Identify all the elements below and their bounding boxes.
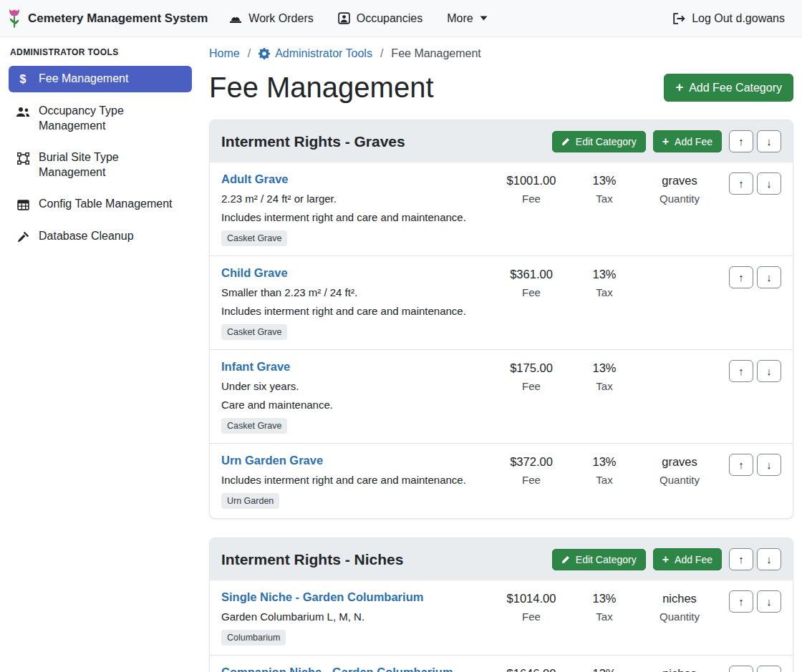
fee-move-down-button[interactable]: ↓	[757, 172, 781, 195]
arrow-up-icon: ↑	[738, 366, 744, 376]
fee-move-down-button[interactable]: ↓	[757, 360, 781, 382]
fee-amount-label: Fee	[494, 193, 569, 205]
tax-column: 13% Tax	[569, 454, 640, 486]
tax-label: Tax	[569, 474, 640, 486]
main-content: Home / Administrator Tools / Fee Managem…	[200, 37, 802, 672]
quantity-column: graves Quantity	[640, 454, 719, 486]
fee-move-up-button[interactable]: ↑	[729, 266, 753, 288]
sidebar: ADMINISTRATOR TOOLS $ Fee Management Occ…	[0, 37, 200, 255]
breadcrumb-admin-tools-label: Administrator Tools	[275, 47, 372, 60]
fee-row: Child Grave Smaller than 2.23 m² / 24 ft…	[210, 255, 793, 349]
fee-info: Adult Grave 2.23 m² / 24 ft² or larger. …	[221, 172, 494, 246]
fee-row: Infant Grave Under six years. Care and m…	[210, 349, 793, 443]
fee-amount-label: Fee	[494, 286, 569, 298]
category-move-down-button[interactable]: ↓	[757, 548, 781, 570]
add-fee-category-button[interactable]: + Add Fee Category	[664, 74, 793, 101]
tax-label: Tax	[569, 193, 640, 205]
fee-move-up-button[interactable]: ↑	[729, 172, 753, 195]
category-move-up-button[interactable]: ↑	[729, 548, 753, 570]
nav-work-orders-label: Work Orders	[248, 12, 313, 25]
fee-move-up-button[interactable]: ↑	[729, 666, 753, 672]
nav-occupancies-label: Occupancies	[357, 12, 423, 25]
vector-square-icon	[16, 151, 30, 165]
broom-icon	[16, 230, 30, 243]
quantity-label: Quantity	[640, 474, 719, 486]
fee-row: Single Niche - Garden Columbarium Garden…	[210, 580, 793, 655]
fee-move-up-button[interactable]: ↑	[729, 590, 753, 613]
fee-move-down-button[interactable]: ↓	[757, 454, 781, 476]
edit-category-button[interactable]: Edit Category	[552, 549, 646, 570]
fee-description: Includes interment right and care and ma…	[221, 474, 487, 486]
fee-move-down-button[interactable]: ↓	[757, 590, 781, 613]
category-card-graves: Interment Rights - Graves Edit Category …	[209, 120, 793, 519]
category-title: Interment Rights - Graves	[221, 133, 545, 150]
breadcrumb-admin-tools[interactable]: Administrator Tools	[259, 47, 372, 60]
sidebar-item-burial-site-type-management[interactable]: Burial Site Type Management	[9, 145, 192, 185]
fee-row: Urn Garden Grave Includes interment righ…	[210, 443, 793, 518]
fee-move-up-button[interactable]: ↑	[729, 360, 753, 382]
fee-name-link[interactable]: Single Niche - Garden Columbarium	[221, 590, 423, 603]
fee-amount-column: $372.00 Fee	[494, 454, 569, 486]
sidebar-item-occupancy-type-management[interactable]: Occupancy Type Management	[9, 98, 192, 139]
sidebar-item-database-cleanup[interactable]: Database Cleanup	[9, 223, 192, 249]
nav-work-orders[interactable]: Work Orders	[229, 12, 313, 25]
fee-name-link[interactable]: Companion Niche - Garden Columbarium	[221, 666, 453, 672]
chevron-down-icon	[480, 16, 488, 21]
arrow-up-icon: ↑	[738, 272, 744, 283]
gear-icon	[259, 48, 270, 59]
sidebar-item-config-table-management[interactable]: Config Table Management	[9, 191, 192, 217]
fee-row: Companion Niche - Garden Columbarium Gar…	[210, 655, 793, 672]
table-icon	[16, 198, 30, 211]
tax-rate: 13%	[569, 592, 640, 605]
breadcrumb-home[interactable]: Home	[209, 47, 240, 60]
fee-reorder-controls: ↑ ↓	[729, 590, 781, 613]
sidebar-item-label: Fee Management	[39, 72, 128, 86]
app-brand[interactable]: Cemetery Management System	[7, 8, 208, 29]
fee-amount-label: Fee	[494, 610, 569, 623]
logout-link[interactable]: Log Out d.gowans	[672, 12, 785, 25]
fee-move-up-button[interactable]: ↑	[729, 454, 753, 476]
fee-name-link[interactable]: Urn Garden Grave	[221, 454, 323, 467]
add-fee-label: Add Fee	[675, 136, 712, 147]
fee-name-link[interactable]: Infant Grave	[221, 360, 290, 373]
category-header: Interment Rights - Graves Edit Category …	[210, 120, 793, 162]
primary-nav: Work Orders Occupancies More	[229, 12, 487, 25]
fee-description: Includes interment right and care and ma…	[221, 211, 487, 223]
sidebar-item-label: Burial Site Type Management	[39, 150, 185, 180]
fee-name-link[interactable]: Adult Grave	[221, 172, 289, 185]
fee-move-down-button[interactable]: ↓	[757, 666, 781, 672]
add-fee-label: Add Fee	[675, 554, 712, 565]
sidebar-heading: ADMINISTRATOR TOOLS	[10, 47, 192, 57]
arrow-down-icon: ↓	[766, 178, 772, 189]
fee-name-link[interactable]: Child Grave	[221, 266, 288, 279]
fee-reorder-controls: ↑ ↓	[729, 666, 781, 672]
arrow-up-icon: ↑	[738, 459, 744, 470]
sidebar-item-fee-management[interactable]: $ Fee Management	[9, 66, 192, 92]
tax-label: Tax	[569, 380, 640, 392]
fee-type-badge: Casket Grave	[221, 324, 287, 340]
fee-type-badge: Columbarium	[221, 630, 286, 646]
quantity-label: Quantity	[640, 610, 719, 623]
breadcrumb-separator: /	[248, 47, 251, 60]
nav-occupancies[interactable]: Occupancies	[338, 12, 423, 25]
fee-amount: $361.00	[494, 268, 569, 281]
edit-category-button[interactable]: Edit Category	[552, 131, 646, 152]
tax-rate: 13%	[569, 455, 640, 469]
arrow-up-icon: ↑	[738, 178, 744, 189]
nav-more[interactable]: More	[447, 12, 487, 25]
fee-amount-column: $175.00 Fee	[494, 360, 569, 392]
fee-move-down-button[interactable]: ↓	[757, 266, 781, 288]
quantity-column: graves Quantity	[640, 172, 719, 205]
category-move-down-button[interactable]: ↓	[757, 130, 781, 152]
add-fee-button[interactable]: + Add Fee	[653, 130, 722, 152]
fee-description: Smaller than 2.23 m² / 24 ft².	[221, 286, 487, 298]
tax-column: 13% Tax	[569, 590, 640, 623]
add-fee-button[interactable]: + Add Fee	[653, 548, 722, 570]
tax-column: 13% Tax	[569, 172, 640, 205]
category-move-up-button[interactable]: ↑	[729, 130, 753, 152]
fee-description: Care and maintenance.	[221, 399, 487, 411]
fee-reorder-controls: ↑ ↓	[729, 172, 781, 195]
quantity-column: niches Quantity	[640, 666, 719, 672]
arrow-down-icon: ↓	[766, 136, 772, 147]
category-header: Interment Rights - Niches Edit Category …	[210, 538, 793, 580]
